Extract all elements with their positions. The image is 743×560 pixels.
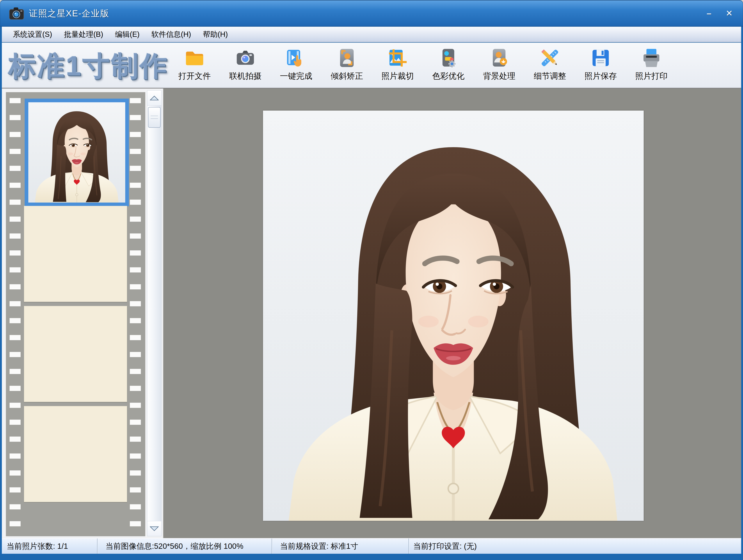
tool-label: 照片保存 bbox=[584, 71, 617, 82]
tool-label: 背景处理 bbox=[483, 71, 515, 82]
tool-label: 一键完成 bbox=[280, 71, 312, 82]
detail-adjust-icon bbox=[539, 47, 561, 69]
tool-label: 联机拍摄 bbox=[229, 71, 262, 82]
tool-label: 打开文件 bbox=[178, 71, 211, 82]
filmstrip bbox=[6, 92, 145, 536]
scroll-down-button[interactable] bbox=[147, 521, 161, 536]
thumbnail-empty-slot[interactable] bbox=[24, 306, 127, 402]
titlebar[interactable]: 证照之星XE-企业版 – ✕ bbox=[0, 0, 743, 27]
window-title: 证照之星XE-企业版 bbox=[29, 0, 109, 27]
scrollbar-thumb[interactable] bbox=[148, 107, 161, 128]
close-button[interactable]: ✕ bbox=[719, 0, 739, 27]
tool-label: 色彩优化 bbox=[432, 71, 465, 82]
status-photo-count: 当前照片张数: 1/1 bbox=[2, 539, 97, 554]
tool-label: 照片打印 bbox=[635, 71, 668, 82]
app-window: 证照之星XE-企业版 – ✕ 系统设置(S) 批量处理(B) 编辑(E) 软件信… bbox=[0, 0, 743, 560]
status-spec-setting: 当前规格设置: 标准1寸 bbox=[272, 539, 408, 554]
photo-save-button[interactable]: 照片保存 bbox=[575, 43, 626, 88]
film-sprocket-holes-right bbox=[130, 92, 141, 536]
thumbnail-sidebar bbox=[2, 88, 163, 538]
toolbar-buttons: 打开文件 联机拍摄 bbox=[169, 43, 677, 88]
tool-label: 倾斜矫正 bbox=[331, 71, 363, 82]
toolbar: 标准1寸制作 打开文件 联机拍摄 bbox=[2, 43, 741, 88]
one-click-finish-button[interactable]: 一键完成 bbox=[271, 43, 321, 88]
camera-capture-icon bbox=[234, 47, 256, 69]
scroll-up-button[interactable] bbox=[147, 90, 161, 105]
background-process-icon bbox=[488, 47, 510, 69]
thumbnail-empty-slot[interactable] bbox=[24, 206, 127, 302]
open-file-button[interactable]: 打开文件 bbox=[169, 43, 220, 88]
status-print-setting: 当前打印设置: (无) bbox=[408, 539, 741, 554]
open-file-folder-icon bbox=[184, 47, 206, 69]
camera-app-icon bbox=[9, 7, 24, 20]
photo-preview bbox=[263, 111, 644, 521]
scroll-down-arrow-icon bbox=[149, 526, 159, 532]
tool-label: 照片裁切 bbox=[382, 71, 414, 82]
portrait-image bbox=[263, 111, 644, 521]
tool-label: 细节调整 bbox=[534, 71, 566, 82]
photo-print-button[interactable]: 照片打印 bbox=[626, 43, 677, 88]
background-process-button[interactable]: 背景处理 bbox=[474, 43, 525, 88]
detail-adjust-button[interactable]: 细节调整 bbox=[525, 43, 575, 88]
menu-item-system-settings[interactable]: 系统设置(S) bbox=[7, 27, 57, 42]
photo-print-icon bbox=[641, 47, 662, 69]
statusbar: 当前照片张数: 1/1 当前图像信息:520*560，缩放比例 100% 当前规… bbox=[2, 538, 741, 554]
photo-crop-button[interactable]: 照片裁切 bbox=[372, 43, 423, 88]
portrait-thumbnail-image bbox=[28, 102, 125, 203]
thumbnail-photo-selected[interactable] bbox=[25, 99, 129, 206]
tilt-correction-button[interactable]: 倾斜矫正 bbox=[321, 43, 372, 88]
main-canvas bbox=[163, 88, 741, 538]
menu-item-software-info[interactable]: 软件信息(H) bbox=[146, 27, 196, 42]
menu-item-batch-process[interactable]: 批量处理(B) bbox=[58, 27, 109, 42]
color-optimize-icon bbox=[438, 47, 459, 69]
one-click-finish-icon bbox=[285, 47, 307, 69]
mode-title: 标准1寸制作 bbox=[8, 43, 169, 88]
menu-item-help[interactable]: 帮助(H) bbox=[197, 27, 233, 42]
film-sprocket-holes-left bbox=[9, 92, 20, 536]
status-image-info: 当前图像信息:520*560，缩放比例 100% bbox=[97, 539, 272, 554]
thumbnail-empty-slot[interactable] bbox=[24, 406, 127, 502]
sidebar-scrollbar[interactable] bbox=[147, 90, 162, 536]
photo-crop-icon bbox=[387, 47, 408, 69]
minimize-button[interactable]: – bbox=[699, 0, 719, 27]
camera-capture-button[interactable]: 联机拍摄 bbox=[220, 43, 271, 88]
photo-save-icon bbox=[590, 47, 612, 69]
menubar: 系统设置(S) 批量处理(B) 编辑(E) 软件信息(H) 帮助(H) bbox=[2, 27, 741, 42]
menu-item-edit[interactable]: 编辑(E) bbox=[110, 27, 145, 42]
tilt-correction-icon bbox=[336, 47, 358, 69]
content-area bbox=[2, 88, 741, 538]
scroll-up-arrow-icon bbox=[149, 95, 159, 101]
color-optimize-button[interactable]: 色彩优化 bbox=[423, 43, 474, 88]
